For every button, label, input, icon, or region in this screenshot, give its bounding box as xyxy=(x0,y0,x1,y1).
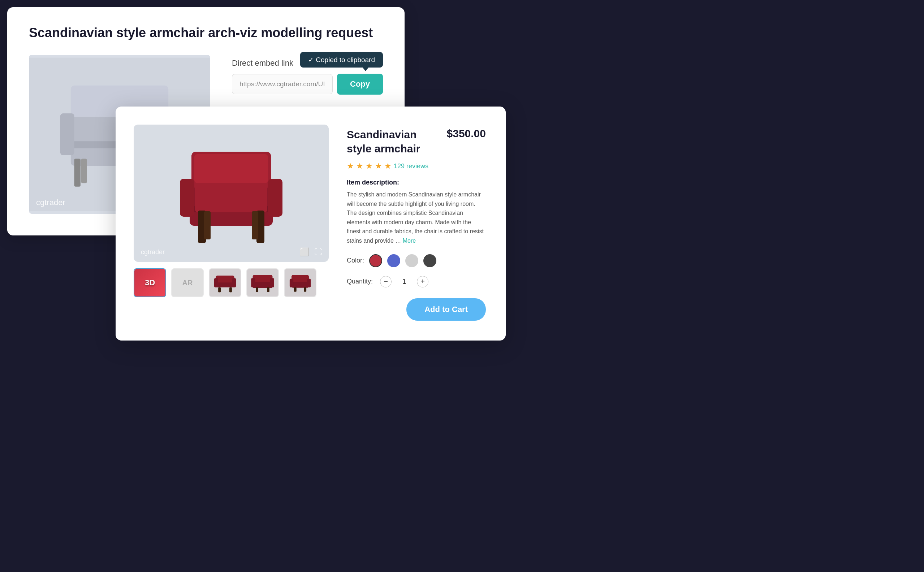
item-description-label: Item description: xyxy=(347,179,486,187)
svg-rect-28 xyxy=(253,275,273,282)
svg-rect-22 xyxy=(216,275,234,282)
svg-rect-36 xyxy=(307,279,311,288)
thumb-img-2[interactable] xyxy=(246,268,279,297)
product-price: $350.00 xyxy=(447,127,486,140)
svg-rect-31 xyxy=(256,288,258,292)
embed-input[interactable] xyxy=(232,74,333,94)
svg-rect-30 xyxy=(270,278,274,288)
color-swatch-grey[interactable] xyxy=(405,254,418,267)
copied-tooltip: ✓ Copied to clipboard xyxy=(300,52,383,67)
star-1: ★ xyxy=(347,162,354,171)
svg-rect-16 xyxy=(194,154,268,183)
svg-rect-24 xyxy=(232,278,236,288)
quantity-controls: − 1 + xyxy=(380,276,428,288)
thumbnails: 3D AR xyxy=(134,268,329,297)
front-card-body: cgtrader ⬜ ⛶ 3D AR xyxy=(134,124,486,321)
svg-rect-14 xyxy=(268,179,283,217)
color-swatch-red[interactable] xyxy=(369,254,382,267)
quantity-value: 1 xyxy=(399,277,410,286)
stars-row: ★ ★ ★ ★ ★ 129 reviews xyxy=(347,162,486,171)
color-row: Color: xyxy=(347,254,486,267)
product-info: Scandinavian style armchair $350.00 ★ ★ … xyxy=(347,124,486,321)
svg-rect-13 xyxy=(180,179,194,217)
back-card-watermark: cgtrader xyxy=(36,198,65,207)
svg-rect-26 xyxy=(229,288,232,292)
svg-rect-20 xyxy=(252,211,258,239)
vr-icon[interactable]: ⬜ xyxy=(299,247,309,257)
fullscreen-icon[interactable]: ⛶ xyxy=(314,247,322,257)
front-card: cgtrader ⬜ ⛶ 3D AR xyxy=(115,107,506,340)
svg-rect-25 xyxy=(218,288,221,292)
item-description-text: The stylish and modern Scandinavian styl… xyxy=(347,190,486,246)
embed-row: ✓ Copied to clipboard Copy xyxy=(232,74,383,95)
copied-text: ✓ Copied to clipboard xyxy=(308,56,375,64)
star-4: ★ xyxy=(375,162,382,171)
back-card-title: Scandinavian style armchair arch-viz mod… xyxy=(29,25,383,40)
svg-rect-6 xyxy=(75,159,81,187)
thumb-3d[interactable]: 3D xyxy=(134,268,166,297)
product-viewer: cgtrader ⬜ ⛶ 3D AR xyxy=(134,124,329,321)
svg-rect-15 xyxy=(195,182,267,212)
thumb-3d-label: 3D xyxy=(145,278,155,288)
svg-rect-38 xyxy=(304,288,306,292)
add-to-cart-row: Add to Cart xyxy=(347,298,486,321)
product-title: Scandinavian style armchair xyxy=(347,127,441,155)
copy-button[interactable]: Copy xyxy=(337,74,383,95)
svg-rect-8 xyxy=(81,159,87,183)
quantity-label: Quantity: xyxy=(347,278,373,285)
svg-rect-32 xyxy=(267,288,269,292)
svg-rect-23 xyxy=(214,278,218,288)
svg-rect-37 xyxy=(294,288,297,292)
quantity-decrease-button[interactable]: − xyxy=(380,276,392,288)
thumb-ar-label: AR xyxy=(182,279,193,287)
add-to-cart-button[interactable]: Add to Cart xyxy=(406,298,486,321)
quantity-increase-button[interactable]: + xyxy=(417,276,428,288)
more-link[interactable]: More xyxy=(403,238,416,244)
reviews-link[interactable]: 129 reviews xyxy=(394,163,428,170)
viewer-main: cgtrader ⬜ ⛶ xyxy=(134,124,329,262)
color-label: Color: xyxy=(347,257,364,264)
viewer-watermark: cgtrader xyxy=(141,249,165,256)
svg-rect-35 xyxy=(290,279,293,288)
svg-rect-34 xyxy=(291,275,309,282)
quantity-row: Quantity: − 1 + xyxy=(347,276,486,288)
thumb-img-3[interactable] xyxy=(284,268,316,297)
product-title-row: Scandinavian style armchair $350.00 xyxy=(347,127,486,155)
star-5: ★ xyxy=(384,162,392,171)
svg-rect-19 xyxy=(204,211,211,239)
color-swatch-dark[interactable] xyxy=(423,254,436,267)
svg-rect-4 xyxy=(60,113,75,155)
viewer-icons: ⬜ ⛶ xyxy=(299,247,322,257)
thumb-img-1[interactable] xyxy=(209,268,241,297)
star-3: ★ xyxy=(366,162,373,171)
star-2: ★ xyxy=(356,162,363,171)
color-swatch-blue[interactable] xyxy=(387,254,400,267)
svg-rect-29 xyxy=(251,278,255,288)
thumb-ar[interactable]: AR xyxy=(171,268,204,297)
